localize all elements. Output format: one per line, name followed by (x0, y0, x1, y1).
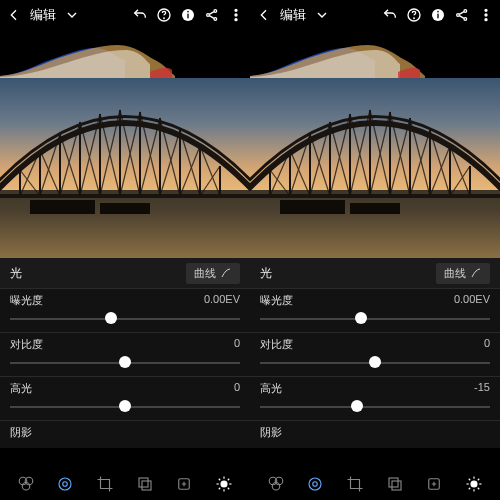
slider-label: 高光 (10, 381, 32, 396)
slider-knob[interactable] (105, 312, 117, 324)
slider-knob[interactable] (351, 400, 363, 412)
svg-line-122 (469, 488, 471, 490)
svg-point-5 (207, 14, 210, 17)
svg-point-49 (59, 478, 71, 490)
share-icon[interactable] (204, 7, 220, 23)
svg-point-6 (214, 10, 217, 13)
bottom-toolbar (250, 468, 500, 500)
slider-track[interactable] (10, 398, 240, 414)
slider-knob[interactable] (119, 400, 131, 412)
svg-point-72 (485, 19, 487, 21)
adjust-icon[interactable] (54, 473, 76, 495)
svg-point-4 (187, 11, 189, 13)
svg-point-110 (313, 482, 318, 487)
svg-point-68 (464, 10, 467, 13)
svg-point-66 (437, 11, 439, 13)
slider-value: 0.00EV (204, 293, 240, 308)
heal-icon[interactable] (423, 473, 445, 495)
svg-point-1 (164, 18, 165, 19)
section-title: 光 (260, 265, 272, 282)
slider-track[interactable] (260, 354, 490, 370)
slider-track[interactable] (260, 310, 490, 326)
section-title: 光 (10, 265, 22, 282)
brightness-icon[interactable] (213, 473, 235, 495)
svg-point-48 (63, 482, 68, 487)
presets-icon[interactable] (265, 473, 287, 495)
svg-rect-51 (142, 481, 151, 490)
slider-row[interactable]: 高光 -15 (250, 376, 500, 420)
chevron-down-icon[interactable] (314, 7, 330, 23)
slider-label: 对比度 (260, 337, 293, 352)
photo-preview[interactable] (250, 78, 500, 258)
slider-value: -15 (474, 381, 490, 396)
slider-value: 0.00EV (454, 293, 490, 308)
svg-line-58 (219, 479, 221, 481)
svg-point-8 (235, 9, 237, 11)
svg-point-115 (471, 481, 477, 487)
info-icon[interactable] (180, 7, 196, 23)
slider-row[interactable]: 对比度 0 (250, 332, 500, 376)
slider-row[interactable]: 曝光度 0.00EV (250, 288, 500, 332)
slider-label: 曝光度 (260, 293, 293, 308)
share-icon[interactable] (454, 7, 470, 23)
top-toolbar: 编辑 (0, 0, 250, 30)
svg-rect-3 (187, 14, 188, 19)
bottom-toolbar (0, 468, 250, 500)
slider-label: 曝光度 (10, 293, 43, 308)
slider-track[interactable] (10, 310, 240, 326)
info-icon[interactable] (430, 7, 446, 23)
undo-icon[interactable] (382, 7, 398, 23)
slider-row[interactable]: 对比度 0 (0, 332, 250, 376)
slider-knob[interactable] (369, 356, 381, 368)
heal-icon[interactable] (173, 473, 195, 495)
help-icon[interactable] (156, 7, 172, 23)
undo-icon[interactable] (132, 7, 148, 23)
svg-point-67 (457, 14, 460, 17)
adjust-icon[interactable] (304, 473, 326, 495)
svg-line-40 (180, 146, 200, 196)
svg-point-70 (485, 9, 487, 11)
more-icon[interactable] (478, 7, 494, 23)
slider-row[interactable]: 阴影 (250, 420, 500, 448)
slider-track[interactable] (10, 354, 240, 370)
svg-point-53 (221, 481, 227, 487)
svg-rect-50 (139, 478, 148, 487)
slider-row[interactable]: 曝光度 0.00EV (0, 288, 250, 332)
histogram (0, 30, 250, 78)
crop-icon[interactable] (344, 473, 366, 495)
slider-knob[interactable] (355, 312, 367, 324)
slider-knob[interactable] (119, 356, 131, 368)
crop-icon[interactable] (94, 473, 116, 495)
svg-rect-113 (392, 481, 401, 490)
sliders-right: 曝光度 0.00EV 对比度 0 高光 -15 (250, 288, 500, 448)
sliders-left: 曝光度 0.00EV 对比度 0 高光 0 (0, 288, 250, 448)
photo-preview[interactable] (0, 78, 250, 258)
slider-value: 0 (234, 337, 240, 352)
curves-button[interactable]: 曲线 (186, 263, 240, 284)
histogram (250, 30, 500, 78)
slider-track[interactable] (260, 398, 490, 414)
svg-point-63 (414, 18, 415, 19)
chevron-down-icon[interactable] (64, 7, 80, 23)
layers-icon[interactable] (134, 473, 156, 495)
svg-point-9 (235, 14, 237, 16)
layers-icon[interactable] (384, 473, 406, 495)
curves-label: 曲线 (194, 266, 216, 281)
svg-line-121 (478, 488, 480, 490)
svg-rect-105 (280, 200, 345, 214)
back-icon[interactable] (6, 7, 22, 23)
presets-icon[interactable] (15, 473, 37, 495)
more-icon[interactable] (228, 7, 244, 23)
slider-row[interactable]: 高光 0 (0, 376, 250, 420)
panel-left: 编辑 (0, 0, 250, 500)
help-icon[interactable] (406, 7, 422, 23)
svg-rect-112 (389, 478, 398, 487)
svg-point-71 (485, 14, 487, 16)
svg-point-69 (464, 18, 467, 21)
curves-button[interactable]: 曲线 (436, 263, 490, 284)
slider-row[interactable]: 阴影 (0, 420, 250, 448)
brightness-icon[interactable] (463, 473, 485, 495)
slider-label: 对比度 (10, 337, 43, 352)
back-icon[interactable] (256, 7, 272, 23)
screen-title: 编辑 (30, 6, 56, 24)
